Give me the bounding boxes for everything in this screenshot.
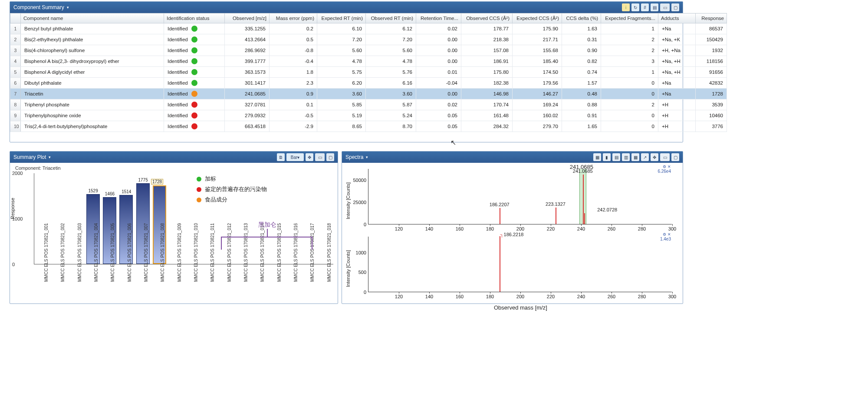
- table-row[interactable]: 3Bis(4-chlorophenyl) sulfoneIdentified28…: [10, 45, 727, 56]
- bar-value-label: 1775: [135, 178, 152, 182]
- spectrum-peak[interactable]: [584, 213, 585, 224]
- peak-label: 223.1327: [546, 201, 566, 207]
- component-summary-header: Component Summary i ↻ # ▤ ▭ ▢: [10, 2, 683, 13]
- status-dot-icon: [191, 47, 197, 53]
- x-tick: 140: [425, 294, 433, 299]
- x-tick: 260: [608, 226, 615, 231]
- column-header[interactable]: Adducts: [658, 13, 696, 23]
- legend-label: 食品成分: [205, 196, 227, 204]
- summary-plot-panel: Summary Plot 🗎 Bar ▾ ✥ ▭ ▢ Component: Tr…: [10, 151, 338, 304]
- annotation-label: 黑加仑: [258, 221, 276, 229]
- bar-value-label: 1728: [151, 179, 163, 185]
- chart-mode-dropdown[interactable]: Bar ▾: [286, 153, 304, 161]
- window-split-icon[interactable]: ▭: [315, 153, 325, 161]
- window-split-icon[interactable]: ▭: [660, 3, 670, 11]
- status-text: Identified: [168, 69, 188, 75]
- peak-label: ┐186.2218: [500, 232, 524, 237]
- table-row[interactable]: 5Bisphenol A diglycidyl etherIdentified3…: [10, 67, 727, 78]
- window-split-icon[interactable]: ▭: [660, 153, 670, 161]
- grid-header-row: Component nameIdentification statusObser…: [10, 13, 727, 23]
- y-tick: 25000: [347, 200, 366, 205]
- column-header[interactable]: Observed [m/z]: [225, 13, 270, 23]
- chart-tools-icon[interactable]: ⚙ ✕: [663, 165, 671, 169]
- export-icon[interactable]: ↗: [641, 153, 649, 161]
- refresh-icon[interactable]: ↻: [631, 3, 639, 11]
- column-header[interactable]: Observed RT (min): [366, 13, 416, 23]
- x-tick: 300: [668, 226, 676, 231]
- column-header[interactable]: Identification status: [164, 13, 225, 23]
- x-tick: 120: [395, 294, 403, 299]
- x-tick: 160: [456, 226, 464, 231]
- status-text: Identified: [168, 91, 188, 96]
- tool-e-icon[interactable]: ▦: [631, 153, 639, 161]
- column-header[interactable]: Expected RT (min): [317, 13, 366, 23]
- component-summary-title[interactable]: Component Summary: [13, 4, 69, 10]
- page-icon[interactable]: ▤: [651, 3, 658, 11]
- window-max-icon[interactable]: ▢: [671, 153, 679, 161]
- copy-icon[interactable]: 🗎: [277, 153, 285, 161]
- y-tick: 500: [347, 270, 366, 275]
- spectrum-peak[interactable]: [556, 208, 556, 224]
- column-header[interactable]: Response: [696, 13, 727, 23]
- status-dot-icon: [191, 36, 197, 43]
- info-icon[interactable]: i: [622, 3, 630, 11]
- summary-plot-body[interactable]: Component: Triacetin Response 1529146615…: [10, 163, 338, 303]
- window-max-icon[interactable]: ▢: [671, 3, 679, 11]
- status-text: Identified: [168, 102, 188, 107]
- column-header[interactable]: Expected CCS (Å²): [513, 13, 562, 23]
- spectra-panel: Spectra ▦ ▮ ▤ ▥ ▦ ↗ ✥ ▭ ▢ Intensity [Cou…: [342, 151, 683, 304]
- y-tick: 0: [347, 222, 366, 227]
- table-row[interactable]: 1Benzyl butyl phthalateIdentified335.125…: [10, 23, 727, 34]
- column-header[interactable]: Observed CCS (Å²): [461, 13, 513, 23]
- plot-component-label: Component: Triacetin: [15, 165, 334, 171]
- spectrum-bottom: 05001000120140160180200220240260280300┐1…: [368, 237, 672, 292]
- status-dot-icon: [191, 91, 197, 97]
- table-row[interactable]: 2Bis(2-ethylhexyl) phthalateIdentified41…: [10, 34, 727, 45]
- peak-label-main: 241.0685: [570, 164, 593, 170]
- table-row[interactable]: 4Bisphenol A bis(2,3- dihydroxypropyl) e…: [10, 56, 727, 67]
- table-row[interactable]: 7TriacetinIdentified241.06850.93.603.600…: [10, 89, 727, 99]
- x-tick: 280: [638, 226, 646, 231]
- x-tick: 280: [638, 294, 646, 299]
- spectrum-peak[interactable]: [583, 175, 584, 224]
- peak-label: 242.0728: [597, 207, 617, 212]
- legend-item: 食品成分: [197, 196, 267, 204]
- column-header[interactable]: Component name: [21, 13, 164, 23]
- column-header[interactable]: CCS delta (%): [562, 13, 601, 23]
- window-max-icon[interactable]: ▢: [326, 153, 334, 161]
- column-header[interactable]: Mass error (ppm): [270, 13, 317, 23]
- table-row[interactable]: 9Triphenylphosphine oxideIdentified279.0…: [10, 110, 727, 121]
- mouse-cursor-icon: ↖: [450, 138, 456, 147]
- status-text: Identified: [168, 113, 188, 118]
- annotation-bracket: [221, 237, 312, 250]
- tool-c-icon[interactable]: ▤: [612, 153, 620, 161]
- summary-plot-title[interactable]: Summary Plot: [13, 154, 51, 160]
- x-tick-label: MMCC ELS POS 170821_018: [327, 265, 338, 282]
- legend-item: 鉴定的普遍存在的污染物: [197, 185, 267, 193]
- table-row[interactable]: 6Dibutyl phthalateIdentified301.14172.36…: [10, 78, 727, 89]
- status-text: Identified: [168, 80, 188, 86]
- hash-icon[interactable]: #: [641, 3, 649, 11]
- component-summary-grid[interactable]: Component nameIdentification statusObser…: [10, 13, 727, 132]
- x-tick: 160: [456, 294, 464, 299]
- table-row[interactable]: 10Tris(2,4-di-tert-butylphenyl)phosphate…: [10, 121, 727, 132]
- table-row[interactable]: 8Triphenyl phosphateIdentified327.07810.…: [10, 99, 727, 110]
- tool-b-icon[interactable]: ▮: [603, 153, 611, 161]
- column-header[interactable]: Expected Fragments...: [601, 13, 658, 23]
- spectra-title[interactable]: Spectra: [345, 154, 368, 160]
- summary-plot-header: Summary Plot 🗎 Bar ▾ ✥ ▭ ▢: [10, 152, 338, 163]
- column-header[interactable]: Retention Time...: [416, 13, 461, 23]
- column-header[interactable]: [10, 13, 21, 23]
- move-icon[interactable]: ✥: [651, 153, 658, 161]
- tool-a-icon[interactable]: ▦: [593, 153, 601, 161]
- x-tick: 200: [516, 294, 524, 299]
- tool-d-icon[interactable]: ▥: [622, 153, 630, 161]
- x-tick: 140: [425, 226, 433, 231]
- move-icon[interactable]: ✥: [306, 153, 313, 161]
- spectrum-peak[interactable]: [500, 236, 500, 292]
- x-tick: 220: [547, 226, 555, 231]
- y-tick: 1000: [12, 216, 23, 221]
- chart-tools-icon[interactable]: ⚙ ✕: [663, 232, 671, 237]
- spectrum-peak[interactable]: [500, 208, 500, 224]
- spectra-body[interactable]: Intensity [Counts] Intensity [Counts] 02…: [342, 163, 683, 303]
